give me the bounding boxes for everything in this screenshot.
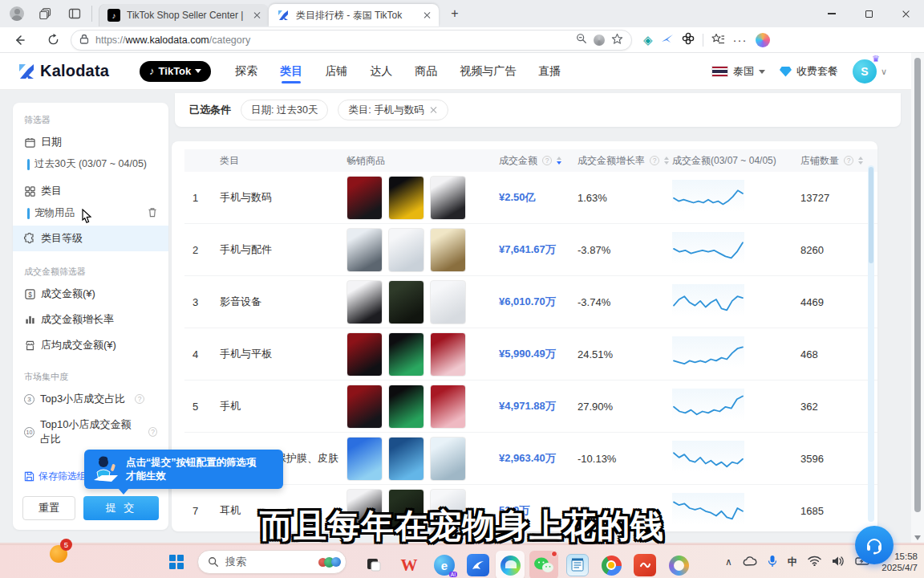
thunder-icon[interactable] <box>464 551 492 578</box>
product-thumbnail[interactable] <box>430 437 466 481</box>
product-thumbnail[interactable] <box>346 228 383 272</box>
product-thumbnail[interactable] <box>388 332 424 377</box>
volume-icon[interactable] <box>832 556 845 569</box>
red-app-icon[interactable] <box>630 551 659 578</box>
refresh-button[interactable] <box>42 29 64 51</box>
trash-icon[interactable] <box>148 207 157 220</box>
onedrive-cloud-icon[interactable] <box>743 556 757 568</box>
chip-date[interactable]: 日期: 过去30天 <box>241 100 328 120</box>
start-button[interactable] <box>165 551 188 573</box>
kalodata-extension-icon[interactable]: ◈ <box>643 33 653 47</box>
filter-gmv-per-store[interactable]: 店均成交金额(¥) <box>13 332 168 358</box>
nav-product[interactable]: 商品 <box>415 55 437 88</box>
chrome-icon[interactable] <box>597 551 626 578</box>
favorite-star-icon[interactable] <box>611 33 623 47</box>
zoom-out-icon[interactable] <box>576 33 587 47</box>
bird-extension-icon[interactable] <box>661 33 674 47</box>
product-thumbnail[interactable] <box>430 332 466 377</box>
product-thumbnail[interactable] <box>346 437 383 481</box>
kalodata-logo[interactable]: Kalodata <box>18 62 109 80</box>
pricing-link[interactable]: 收费套餐 <box>780 64 838 79</box>
filter-category[interactable]: 类目 <box>13 178 168 204</box>
microphone-icon[interactable] <box>768 555 777 570</box>
table-row[interactable]: 3 影音设备 ¥6,010.70万 -3.74% 4469 <box>184 276 877 328</box>
help-icon[interactable] <box>844 156 853 165</box>
page-scrollbar[interactable] <box>911 53 924 543</box>
scrollbar-thumb[interactable] <box>914 58 921 512</box>
nav-category[interactable]: 类目 <box>280 55 302 88</box>
filter-top10-share[interactable]: 10 Top10小店成交金额占比 <box>13 412 168 452</box>
back-button[interactable] <box>8 29 30 51</box>
table-row[interactable]: 1 手机与数码 ¥2.50亿 1.63% 13727 <box>184 172 877 224</box>
filter-top3-share[interactable]: 3 Top3小店成交占比 <box>13 386 168 412</box>
col-bestsellers[interactable]: 畅销商品 <box>346 154 499 168</box>
col-gmv-trend[interactable]: 成交金额(03/07 ~ 04/05) <box>672 154 800 168</box>
filter-gmv-amount[interactable]: $ 成交金额(¥) <box>13 281 168 307</box>
workspaces-icon[interactable] <box>34 3 58 24</box>
scrollbar-down-arrow[interactable] <box>914 535 921 540</box>
filter-date[interactable]: 日期 <box>13 129 168 155</box>
nav-video-ads[interactable]: 视频与广告 <box>460 55 516 88</box>
new-tab-button[interactable]: + <box>445 4 464 23</box>
tab-search-icon[interactable] <box>63 3 87 24</box>
col-category[interactable]: 类目 <box>220 154 346 168</box>
product-thumbnail[interactable] <box>388 228 424 272</box>
tab-tiktok-seller-center[interactable]: ♪ TikTok Shop Seller Center | Cross <box>99 4 269 26</box>
product-thumbnail[interactable] <box>388 385 424 429</box>
table-scrollbar[interactable] <box>868 165 874 522</box>
nav-creator[interactable]: 达人 <box>370 55 392 88</box>
row-category[interactable]: 手机 <box>220 399 346 413</box>
wps-icon[interactable]: W <box>395 551 424 578</box>
account-menu[interactable]: S♛ ∨ <box>853 59 887 83</box>
col-gmv-growth[interactable]: 成交金额增长率 <box>578 154 672 168</box>
wechat-icon[interactable] <box>529 551 558 578</box>
row-category[interactable]: 影音设备 <box>220 295 346 309</box>
row-category[interactable]: 手机与平板 <box>220 347 346 361</box>
close-button[interactable] <box>887 0 924 27</box>
browser-profile-icon[interactable] <box>5 3 29 24</box>
product-thumbnail[interactable] <box>388 280 424 324</box>
colorful-app-icon[interactable] <box>664 551 693 578</box>
product-thumbnail[interactable] <box>346 385 383 429</box>
tab-close-icon[interactable] <box>253 11 261 19</box>
table-row[interactable]: 6 保护膜、皮肤 ¥2,963.40万 -10.13% 3596 <box>184 433 877 485</box>
filter-date-value[interactable]: 过去30天 (03/07 ~ 04/05) <box>13 155 168 173</box>
submit-button[interactable]: 提 交 <box>83 496 159 520</box>
ime-indicator[interactable]: 中 <box>788 556 798 569</box>
quark-browser-icon[interactable]: e AI <box>430 551 459 578</box>
help-icon[interactable] <box>135 394 144 404</box>
table-row[interactable]: 4 手机与平板 ¥5,990.49万 24.51% 468 <box>184 328 877 381</box>
address-bar[interactable]: https://www.kalodata.com/category <box>71 30 632 51</box>
nav-live[interactable]: 直播 <box>538 55 561 88</box>
nav-explore[interactable]: 探索 <box>235 55 257 88</box>
sort-icons[interactable] <box>557 157 561 165</box>
chip-category[interactable]: 类目: 手机与数码 <box>338 100 448 120</box>
product-thumbnail[interactable] <box>388 176 424 220</box>
remove-chip-icon[interactable] <box>430 106 438 114</box>
table-row[interactable]: 5 手机 ¥4,971.88万 27.90% 362 <box>184 381 877 433</box>
col-store-count[interactable]: 店铺数量 <box>800 154 865 168</box>
product-thumbnail[interactable] <box>430 176 466 220</box>
help-icon[interactable] <box>148 427 157 437</box>
sort-icons[interactable] <box>858 157 863 165</box>
tab-kalodata[interactable]: 类目排行榜 - 泰国 TikTok <box>269 4 439 26</box>
wifi-icon[interactable] <box>808 556 821 568</box>
filter-category-level[interactable]: 类目等级 <box>13 226 168 251</box>
minimize-button[interactable] <box>813 0 850 27</box>
maximize-button[interactable] <box>850 0 887 27</box>
notepad-icon[interactable] <box>563 551 592 578</box>
col-gmv[interactable]: 成交金额 <box>499 154 578 168</box>
sort-icons[interactable] <box>664 157 669 165</box>
filter-gmv-growth[interactable]: 成交金额增长率 <box>13 307 168 332</box>
region-selector[interactable]: 泰国 <box>711 64 765 79</box>
product-thumbnail[interactable] <box>346 332 383 377</box>
task-view-button[interactable] <box>359 551 388 578</box>
tab-close-icon[interactable] <box>423 11 431 19</box>
reset-button[interactable]: 重置 <box>22 496 75 520</box>
product-thumbnail[interactable] <box>388 437 424 481</box>
product-thumbnail[interactable] <box>430 280 466 324</box>
favorites-bar-icon[interactable] <box>711 33 725 47</box>
row-category[interactable]: 手机与配件 <box>220 242 346 257</box>
table-row[interactable]: 2 手机与配件 ¥7,641.67万 -3.87% 8260 <box>184 224 877 276</box>
settings-menu-icon[interactable]: ··· <box>733 33 748 47</box>
